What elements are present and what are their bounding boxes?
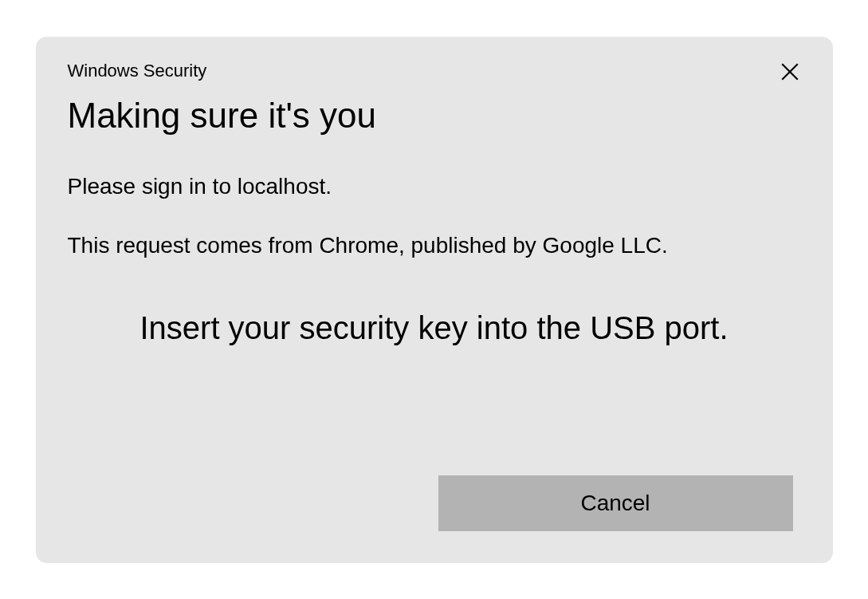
cancel-button[interactable]: Cancel [438, 475, 793, 531]
dialog-signin-text: Please sign in to localhost. [68, 174, 801, 199]
dialog-header-small: Windows Security [68, 61, 801, 81]
windows-security-dialog: Windows Security Making sure it's you Pl… [36, 37, 833, 563]
close-button[interactable] [776, 57, 804, 86]
dialog-button-row: Cancel [438, 475, 793, 531]
dialog-request-source-text: This request comes from Chrome, publishe… [68, 233, 801, 258]
close-icon [780, 61, 800, 82]
dialog-title: Making sure it's you [68, 96, 801, 136]
dialog-instruction-text: Insert your security key into the USB po… [68, 306, 801, 349]
